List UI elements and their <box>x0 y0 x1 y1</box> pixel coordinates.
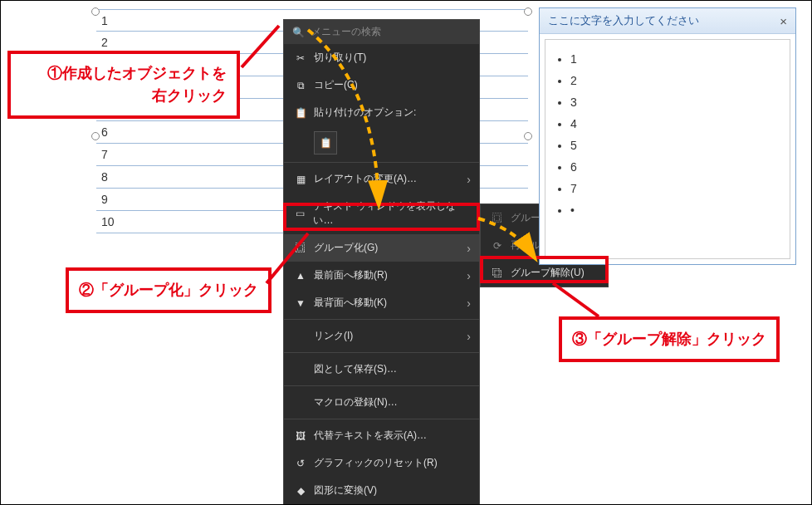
text-panel-title-text: ここに文字を入力してください <box>548 13 699 28</box>
menu-label: 図として保存(S)… <box>314 362 397 376</box>
menu-link[interactable]: リンク(I) <box>284 322 479 350</box>
selection-handle[interactable] <box>524 132 532 140</box>
menu-assign-macro[interactable]: マクロの登録(N)… <box>284 389 479 416</box>
menu-label: コピー(C) <box>314 78 358 92</box>
ungroup-icon: ⿻ <box>489 267 506 279</box>
regroup-icon: ⟳ <box>489 240 506 252</box>
menu-convert-shape[interactable]: ◆ 図形に変換(V) <box>284 477 479 504</box>
menu-hide-text-window[interactable]: ▭ テキスト ウィンドウを表示しない… <box>284 193 479 234</box>
menu-search[interactable]: 🔍 メニューの検索 <box>284 20 479 44</box>
menu-label: テキスト ウィンドウを表示しない… <box>313 199 471 228</box>
menu-label: 最背面へ移動(K) <box>314 296 387 310</box>
row-num: 9 <box>101 193 108 206</box>
row-num: 6 <box>101 125 108 139</box>
menu-copy[interactable]: ⧉ コピー(C) <box>284 71 479 99</box>
selection-handle[interactable] <box>524 7 532 16</box>
menu-save-as-pic[interactable]: 図として保存(S)… <box>284 355 479 383</box>
callout-3: ③「グループ解除」クリック <box>559 316 780 362</box>
menu-label: リンク(I) <box>314 329 353 343</box>
menu-alt-text[interactable]: 🖼 代替テキストを表示(A)… <box>284 422 479 449</box>
list-item[interactable]: 6 <box>570 156 781 178</box>
row-num: 8 <box>101 170 108 184</box>
menu-label: 代替テキストを表示(A)… <box>314 429 427 443</box>
menu-label: 切り取り(T) <box>314 51 366 65</box>
list-item[interactable]: 4 <box>570 113 781 135</box>
selection-handle[interactable] <box>91 7 100 16</box>
menu-label: グラフィックのリセット(R) <box>314 456 438 470</box>
menu-label: 図形に変換(V) <box>314 483 377 498</box>
close-icon[interactable]: × <box>780 14 787 28</box>
copy-icon: ⧉ <box>292 80 309 91</box>
menu-label: レイアウトの変更(A)… <box>314 172 417 186</box>
layout-icon: ▦ <box>292 174 309 185</box>
cut-icon: ✂ <box>292 52 309 64</box>
paste-options-row: 📋 <box>284 126 479 159</box>
row-num: 1 <box>101 14 108 27</box>
callout-1: ①作成したオブジェクトを 右クリック <box>7 51 240 119</box>
menu-group[interactable]: ⿴ グループ化(G) <box>284 234 479 262</box>
list-item[interactable]: 5 <box>570 135 781 156</box>
menu-layout-change[interactable]: ▦ レイアウトの変更(A)… <box>284 165 479 193</box>
row-num: 2 <box>101 36 108 49</box>
row-num: 7 <box>101 148 108 161</box>
list-item[interactable]: • <box>570 199 781 221</box>
text-panel-titlebar[interactable]: ここに文字を入力してください × <box>540 8 795 34</box>
menu-label: 貼り付けのオプション: <box>314 105 416 120</box>
callout-2: ②「グループ化」クリック <box>66 267 271 313</box>
text-input-panel: ここに文字を入力してください × 1 2 3 4 5 6 7 • <box>539 7 796 265</box>
menu-label: マクロの登録(N)… <box>314 395 398 409</box>
paste-option-keep[interactable]: 📋 <box>314 131 337 154</box>
convert-icon: ◆ <box>292 485 309 497</box>
search-icon: 🔍 <box>292 27 305 38</box>
list-item[interactable]: 1 <box>570 48 781 70</box>
bring-front-icon: ▲ <box>292 270 309 282</box>
reset-icon: ↺ <box>292 458 309 469</box>
row-num: 10 <box>101 215 115 228</box>
callout-text: ①作成したオブジェクトを <box>21 62 227 85</box>
callout-text: ②「グループ化」クリック <box>79 282 258 298</box>
menu-cut[interactable]: ✂ 切り取り(T) <box>284 44 479 71</box>
menu-label: 最前面へ移動(R) <box>314 268 388 282</box>
menu-label: グループ化(G) <box>314 241 378 255</box>
menu-reset-graphic[interactable]: ↺ グラフィックのリセット(R) <box>284 449 479 477</box>
list-item[interactable]: 2 <box>570 70 781 91</box>
group-icon: ⿴ <box>489 213 506 224</box>
send-back-icon: ▼ <box>292 297 309 309</box>
list-item[interactable]: 3 <box>570 91 781 113</box>
callout-text: 右クリック <box>21 85 227 107</box>
text-panel-body[interactable]: 1 2 3 4 5 6 7 • <box>545 39 790 259</box>
menu-search-placeholder: メニューの検索 <box>311 25 381 39</box>
paste-icon: 📋 <box>292 107 309 119</box>
menu-label: グループ解除(U) <box>511 266 585 280</box>
callout-text: ③「グループ解除」クリック <box>572 331 766 347</box>
menu-bring-front[interactable]: ▲ 最前面へ移動(R) <box>284 262 479 289</box>
list-item[interactable]: 7 <box>570 178 781 199</box>
alttext-icon: 🖼 <box>292 430 309 442</box>
context-menu: 🔍 メニューの検索 ✂ 切り取り(T) ⧉ コピー(C) 📋 貼り付けのオプショ… <box>283 19 480 505</box>
textwindow-icon: ▭ <box>292 208 308 219</box>
menu-paste-options-label: 📋 貼り付けのオプション: <box>284 99 479 126</box>
menu-send-back[interactable]: ▼ 最背面へ移動(K) <box>284 289 479 316</box>
group-icon: ⿴ <box>292 243 309 254</box>
selection-handle[interactable] <box>91 132 100 140</box>
